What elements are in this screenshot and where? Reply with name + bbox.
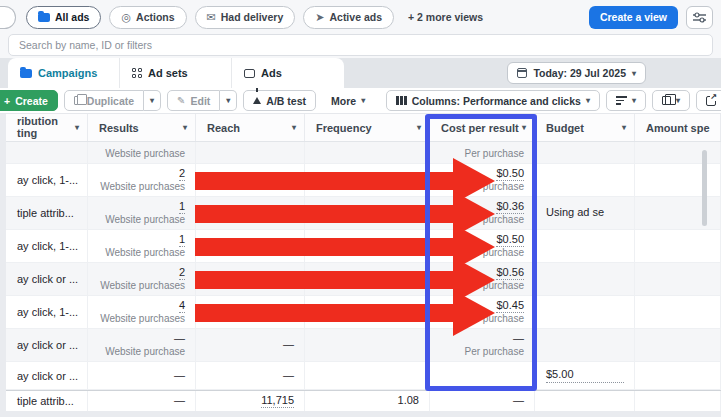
table-header-row: ribution ting ▾ Results ▾ Reach ▾ Freque… bbox=[6, 114, 721, 142]
create-a-view-button[interactable]: Create a view bbox=[589, 6, 678, 29]
cell-reach bbox=[196, 142, 305, 163]
cell-reach bbox=[196, 164, 305, 196]
header-amount-spent[interactable]: Amount spe bbox=[635, 114, 721, 141]
cell-frequency bbox=[305, 362, 430, 389]
campaigns-icon bbox=[20, 69, 32, 78]
vertical-scrollbar[interactable] bbox=[702, 150, 707, 226]
send-icon: ➤ bbox=[315, 12, 324, 23]
ads-table: ribution ting ▾ Results ▾ Reach ▾ Freque… bbox=[6, 114, 721, 411]
cell-budget: $5.00 bbox=[535, 362, 635, 389]
cell-frequency: 1.08 bbox=[305, 391, 430, 411]
header-cost-per-result[interactable]: Cost per result ▾ bbox=[430, 114, 535, 141]
duplicate-split-button: Duplicate ▾ bbox=[64, 90, 161, 111]
cell-frequency: 1.08 bbox=[305, 296, 430, 328]
cell-reach: 1,585 bbox=[196, 296, 305, 328]
table-row[interactable]: ay click or ... — — $5.00 bbox=[6, 362, 721, 390]
cell-amount-spent bbox=[635, 197, 721, 229]
chevron-down-icon: ▾ bbox=[292, 123, 296, 132]
sliders-icon bbox=[693, 12, 706, 23]
chevron-down-icon: ▾ bbox=[361, 96, 365, 105]
cell-results: 1Website purchase bbox=[88, 197, 196, 229]
duplicate-label: Duplicate bbox=[87, 95, 134, 107]
cell-results: — bbox=[88, 391, 196, 411]
cell-budget: Using ad se bbox=[535, 197, 635, 229]
pencil-icon: ✎ bbox=[177, 95, 185, 106]
table-body: Website purchase Per purchase ay click, … bbox=[6, 142, 721, 390]
chevron-down-icon: ▾ bbox=[632, 69, 636, 78]
header-attribution-setting[interactable]: ribution ting ▾ bbox=[6, 114, 88, 141]
export-icon bbox=[706, 96, 716, 106]
table-row[interactable]: ay click, 1-... 2Website purchases $0.50… bbox=[6, 164, 721, 197]
cell-reach: 2,103 bbox=[196, 263, 305, 295]
table-row[interactable]: ay click or ... 2Website purchases 2,103… bbox=[6, 263, 721, 296]
chevron-down-icon: ▾ bbox=[522, 123, 526, 132]
tab-label: Campaigns bbox=[38, 67, 97, 79]
envelope-icon: ✉ bbox=[207, 12, 216, 23]
cell-results: 2Website purchases bbox=[88, 164, 196, 196]
view-pill-all-ads[interactable]: All ads bbox=[26, 6, 101, 29]
duplicate-button[interactable]: Duplicate bbox=[64, 90, 144, 111]
table-row[interactable]: Website purchase Per purchase bbox=[6, 142, 721, 164]
header-label: Amount spe bbox=[646, 122, 710, 134]
more-views-button[interactable]: + 2 more views bbox=[408, 11, 483, 23]
duplicate-dropdown-button[interactable]: ▾ bbox=[144, 90, 161, 111]
table-row[interactable]: tiple attrib... 1Website purchase 232 1.… bbox=[6, 197, 721, 230]
view-pill-stub[interactable] bbox=[0, 6, 16, 29]
date-range-button[interactable]: Today: 29 Jul 2025 ▾ bbox=[507, 62, 646, 84]
cell-attribution: ay click, 1-... bbox=[6, 230, 88, 262]
cell-cost-per-result: $0.50Per purchase bbox=[430, 164, 535, 196]
more-button[interactable]: More ▾ bbox=[322, 90, 374, 111]
view-pill-active-ads[interactable]: ➤ Active ads bbox=[303, 6, 394, 29]
ads-manager-page: All ads ◎ Actions ✉ Had delivery ➤ Activ… bbox=[0, 0, 721, 417]
header-reach[interactable]: Reach ▾ bbox=[196, 114, 305, 141]
rules-button[interactable]: ▾ bbox=[652, 90, 690, 111]
header-budget[interactable]: Budget ▾ bbox=[535, 114, 635, 141]
tab-campaigns[interactable]: Campaigns bbox=[8, 58, 120, 88]
table-row[interactable]: ay click or ... —Website purchase — —Per… bbox=[6, 329, 721, 362]
cell-cost-per-result: $0.50Per purchase bbox=[430, 230, 535, 262]
header-frequency[interactable]: Frequency ▾ bbox=[305, 114, 430, 141]
table-row[interactable]: ay click, 1-... 1Website purchase 502 1.… bbox=[6, 230, 721, 263]
view-pill-label: Actions bbox=[136, 11, 175, 23]
cell-attribution: ay click, 1-... bbox=[6, 296, 88, 328]
cell-results: 1Website purchase bbox=[88, 230, 196, 262]
export-button[interactable] bbox=[696, 90, 721, 111]
view-settings-button[interactable] bbox=[686, 6, 713, 29]
ab-test-label: A/B test bbox=[266, 95, 306, 107]
cell-amount-spent bbox=[635, 164, 721, 196]
views-bar: All ads ◎ Actions ✉ Had delivery ➤ Activ… bbox=[0, 0, 721, 34]
tab-ad-sets[interactable]: Ad sets bbox=[120, 58, 232, 88]
edit-button[interactable]: ✎ Edit bbox=[167, 90, 220, 111]
create-button[interactable]: + Create bbox=[0, 90, 58, 111]
cell-results: Website purchase bbox=[88, 142, 196, 163]
columns-button[interactable]: Columns: Performance and clicks ▾ bbox=[386, 90, 600, 111]
target-icon: ◎ bbox=[121, 12, 131, 23]
breakdown-button[interactable]: ▾ bbox=[606, 90, 646, 111]
columns-label: Columns: Performance and clicks bbox=[412, 95, 581, 107]
cell-cost-per-result: —Per purchase bbox=[430, 329, 535, 361]
layers-icon bbox=[662, 96, 671, 105]
level-tabs: Campaigns Ad sets Ads Today: 29 Jul 2025… bbox=[0, 58, 721, 88]
ab-test-button[interactable]: A/B test bbox=[243, 90, 316, 111]
cell-budget bbox=[535, 296, 635, 328]
header-label: Frequency bbox=[316, 122, 372, 134]
edit-dropdown-button[interactable]: ▾ bbox=[220, 90, 237, 111]
search-bar bbox=[0, 34, 721, 58]
cell-cost-per-result: $0.56Per purchase bbox=[430, 263, 535, 295]
view-pill-actions[interactable]: ◎ Actions bbox=[109, 6, 186, 29]
header-results[interactable]: Results ▾ bbox=[88, 114, 196, 141]
totals-row[interactable]: tiple attrib... — 11,715 1.08 — bbox=[6, 390, 721, 411]
cell-budget bbox=[535, 230, 635, 262]
search-input[interactable] bbox=[8, 34, 713, 56]
tab-ads[interactable]: Ads bbox=[232, 58, 344, 88]
view-pill-had-delivery[interactable]: ✉ Had delivery bbox=[195, 6, 296, 29]
tabs-group: Campaigns Ad sets Ads bbox=[8, 58, 344, 88]
plus-icon: + bbox=[4, 95, 10, 107]
chevron-down-icon: ▾ bbox=[632, 96, 636, 105]
ad-sets-icon bbox=[132, 68, 142, 78]
cell-results: —Website purchase bbox=[88, 329, 196, 361]
columns-icon bbox=[396, 96, 407, 105]
cell-amount-spent bbox=[635, 263, 721, 295]
table-row[interactable]: ay click, 1-... 4Website purchases 1,585… bbox=[6, 296, 721, 329]
cell-frequency: 1.05 bbox=[305, 263, 430, 295]
